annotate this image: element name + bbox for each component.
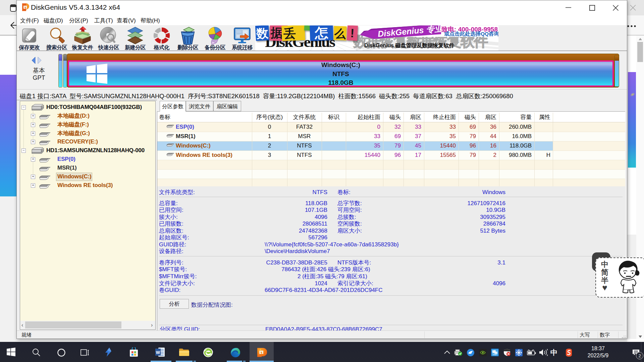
svg-text:W: W [156,350,160,355]
svg-text:intel: intel [493,354,496,356]
